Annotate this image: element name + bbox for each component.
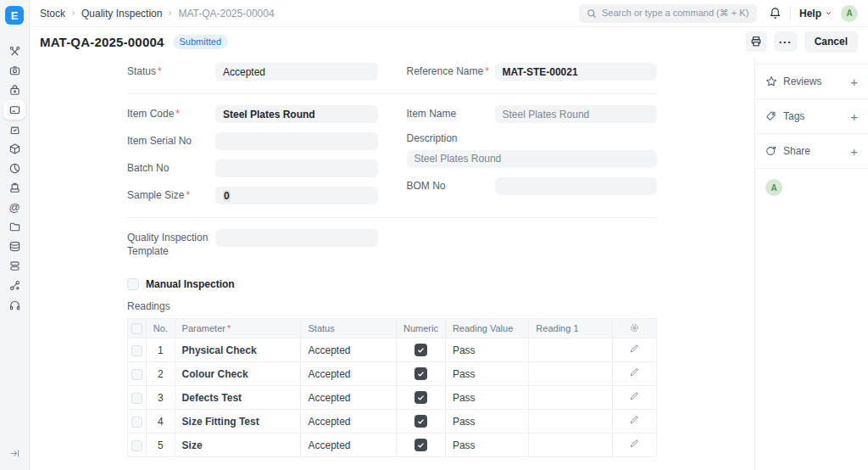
top-navbar: Stock Quality Inspection MAT-QA-2025-000…	[30, 0, 868, 27]
card-icon	[8, 104, 21, 116]
status-cell[interactable]: Accepted	[301, 362, 396, 386]
status-cell[interactable]: Accepted	[301, 386, 396, 410]
global-search-input[interactable]: Search or type a command (⌘ + K)	[579, 4, 757, 23]
print-button[interactable]	[745, 31, 767, 52]
status-cell[interactable]: Accepted	[301, 339, 396, 362]
menu-more-button[interactable]: ···	[774, 31, 798, 52]
row-checkbox[interactable]	[131, 393, 142, 404]
panel-item-tags[interactable]: Tags +	[755, 99, 868, 134]
sidebar-item-tools[interactable]	[3, 42, 25, 61]
numeric-cell[interactable]	[396, 410, 445, 434]
breadcrumb-stock[interactable]: Stock	[40, 8, 65, 20]
reading-value-cell[interactable]: Pass	[445, 410, 528, 434]
numeric-cell[interactable]	[396, 362, 445, 386]
row-checkbox[interactable]	[131, 345, 142, 356]
numeric-checkbox-checked[interactable]	[415, 367, 427, 380]
reading-value-cell[interactable]: Pass	[445, 434, 528, 457]
sidebar-item-analytics[interactable]	[3, 159, 25, 178]
numeric-checkbox-checked[interactable]	[415, 344, 427, 356]
reading-1-cell[interactable]	[529, 434, 612, 457]
row-checkbox[interactable]	[131, 369, 142, 380]
add-share-button[interactable]: +	[850, 144, 858, 159]
row-select-cell	[128, 410, 147, 434]
sidebar-collapse-button[interactable]	[3, 444, 25, 463]
numeric-checkbox-checked[interactable]	[415, 391, 427, 404]
row-select-cell	[128, 434, 147, 457]
edit-pencil-icon[interactable]	[629, 367, 639, 378]
numeric-cell[interactable]	[396, 434, 445, 457]
field-label: Reference Name*	[407, 63, 495, 79]
breadcrumb-quality-inspection[interactable]: Quality Inspection	[81, 8, 162, 20]
reading-1-cell[interactable]	[529, 362, 612, 386]
sidebar-item-integrations[interactable]	[3, 276, 25, 295]
reading-row: 2 Colour Check Accepted Pass	[128, 362, 657, 386]
edit-pencil-icon[interactable]	[629, 439, 639, 449]
reading-value-cell[interactable]: Pass	[445, 386, 528, 410]
sidebar-item-files[interactable]	[3, 217, 25, 237]
numeric-cell[interactable]	[396, 339, 445, 362]
manual-inspection-checkbox[interactable]	[127, 278, 139, 290]
panel-item-reviews[interactable]: Reviews +	[755, 64, 868, 99]
cancel-button[interactable]: Cancel	[804, 31, 858, 53]
qi-template-input[interactable]	[215, 229, 378, 247]
sidebar-item-camera[interactable]	[3, 61, 25, 81]
notifications-bell-icon[interactable]	[769, 7, 782, 20]
sidebar-item-support[interactable]	[3, 295, 25, 315]
parameter-cell[interactable]: Physical Check	[175, 339, 301, 362]
status-cell[interactable]: Accepted	[301, 434, 396, 457]
add-review-button[interactable]: +	[850, 75, 858, 89]
sidebar-item-stock[interactable]	[3, 139, 25, 159]
sidebar-item-selling[interactable]	[3, 120, 25, 139]
workspace-icon-rail: E @	[0, 0, 30, 470]
edit-pencil-icon[interactable]	[629, 344, 639, 354]
numeric-checkbox-checked[interactable]	[415, 415, 427, 428]
edit-pencil-icon[interactable]	[629, 415, 639, 425]
gear-icon[interactable]	[629, 322, 640, 333]
reference-name-input[interactable]: MAT-STE-00021	[495, 63, 658, 81]
edit-pencil-icon[interactable]	[629, 391, 639, 401]
app-logo[interactable]: E	[5, 6, 24, 25]
manual-inspection-field[interactable]: Manual Inspection	[127, 278, 657, 290]
numeric-cell[interactable]	[396, 386, 445, 410]
status-cell[interactable]: Accepted	[301, 410, 396, 434]
reading-1-cell[interactable]	[529, 339, 612, 362]
reading-row: 1 Physical Check Accepted Pass	[128, 339, 657, 362]
parameter-cell[interactable]: Colour Check	[175, 362, 301, 386]
required-marker: *	[175, 108, 180, 120]
assigned-user-avatar[interactable]: A	[765, 179, 782, 196]
reading-value-cell[interactable]: Pass	[445, 339, 528, 362]
sidebar-item-layers[interactable]	[3, 256, 25, 276]
sidebar-item-email[interactable]: @	[3, 198, 25, 217]
batch-no-input[interactable]	[215, 159, 378, 177]
field-item-code: Item Code* Steel Plates Round	[127, 105, 378, 123]
panel-items: Reviews + Tags + Share +	[755, 64, 868, 169]
row-edit-cell	[612, 362, 656, 386]
parameter-cell[interactable]: Defects Test	[175, 386, 301, 410]
bom-no-input[interactable]	[495, 177, 658, 195]
row-checkbox[interactable]	[131, 417, 142, 428]
sidebar-item-buying[interactable]	[3, 81, 25, 100]
row-checkbox[interactable]	[131, 440, 142, 451]
add-tag-button[interactable]: +	[850, 109, 858, 124]
item-code-input[interactable]: Steel Plates Round	[215, 105, 378, 123]
section-readings: Quality Inspection Template Manual Inspe…	[127, 218, 657, 461]
reading-1-cell[interactable]	[529, 386, 612, 410]
panel-item-share[interactable]: Share +	[755, 134, 868, 169]
sidebar-item-manufacturing[interactable]	[3, 178, 25, 198]
status-input[interactable]: Accepted	[215, 63, 378, 81]
sample-size-input[interactable]: 0	[215, 187, 378, 204]
user-avatar[interactable]: A	[841, 5, 858, 22]
page-title: MAT-QA-2025-00004	[40, 35, 164, 49]
parameter-cell[interactable]: Size	[175, 434, 301, 457]
reading-value-cell[interactable]: Pass	[445, 362, 528, 386]
reading-1-cell[interactable]	[529, 410, 612, 434]
readings-grid: No. Parameter* Status Numeric Reading Va…	[127, 318, 657, 457]
numeric-checkbox-checked[interactable]	[415, 439, 427, 451]
parameter-cell[interactable]: Size Fitting Test	[175, 410, 301, 434]
content: Status* Accepted Reference Name* MAT-STE…	[30, 56, 868, 470]
sidebar-item-database[interactable]	[3, 237, 25, 256]
sidebar-item-active-card[interactable]	[3, 100, 25, 120]
help-menu[interactable]: Help	[799, 8, 832, 20]
item-serial-no-input[interactable]	[215, 132, 378, 150]
select-all-checkbox[interactable]	[131, 323, 142, 334]
